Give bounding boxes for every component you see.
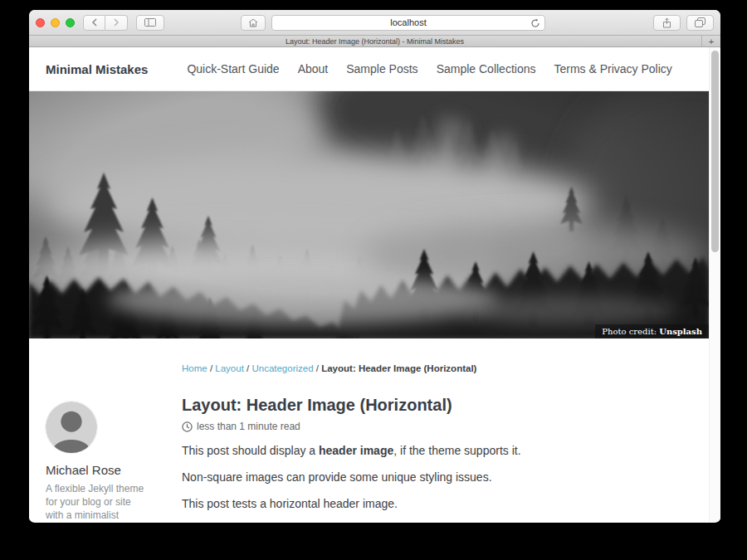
home-button[interactable] xyxy=(241,15,266,31)
breadcrumb-current: Layout: Header Image (Horizontal) xyxy=(321,363,476,373)
article-body: This post should display a header image,… xyxy=(182,444,704,511)
photo-credit-label: Photo credit: xyxy=(602,327,659,336)
minimize-window-button[interactable] xyxy=(51,18,60,27)
chevron-left-icon xyxy=(91,18,98,27)
page-viewport: Minimal Mistakes Quick-Start Guide About… xyxy=(29,47,720,522)
tabs-icon xyxy=(695,17,706,27)
share-button[interactable] xyxy=(653,15,681,31)
author-bio: A flexible Jekyll theme for your blog or… xyxy=(46,482,145,522)
paragraph-bold-text: header image xyxy=(319,444,393,457)
person-silhouette-icon xyxy=(46,402,97,453)
sidebar-icon xyxy=(144,18,156,27)
nav-item-sample-posts[interactable]: Sample Posts xyxy=(346,62,417,75)
article-column: Home / Layout / Uncategorized / Layout: … xyxy=(182,338,704,522)
paragraph: This post should display a header image,… xyxy=(182,444,704,458)
breadcrumb-separator: / xyxy=(316,363,319,373)
primary-nav: Quick-Start Guide About Sample Posts Sam… xyxy=(187,62,671,75)
browser-toolbar: localhost xyxy=(29,10,720,36)
page-content: Michael Rose A flexible Jekyll theme for… xyxy=(29,338,720,522)
browser-window: localhost Layout: Header Image (Horizont… xyxy=(29,10,720,523)
page-meta: less than 1 minute read xyxy=(182,421,704,432)
site-masthead: Minimal Mistakes Quick-Start Guide About… xyxy=(29,47,720,91)
close-window-button[interactable] xyxy=(36,18,45,27)
paragraph-text: This post should display a xyxy=(182,444,319,457)
breadcrumb-link-home[interactable]: Home xyxy=(182,363,208,373)
active-tab[interactable]: Layout: Header Image (Horizontal) - Mini… xyxy=(29,37,720,46)
breadcrumb: Home / Layout / Uncategorized / Layout: … xyxy=(182,363,704,373)
sidebar-toggle-button[interactable] xyxy=(136,15,164,31)
refresh-icon[interactable] xyxy=(530,18,540,28)
share-icon xyxy=(662,17,671,28)
window-controls xyxy=(36,18,75,27)
show-tabs-button[interactable] xyxy=(686,15,714,31)
breadcrumb-separator: / xyxy=(210,363,212,373)
nav-item-terms-privacy[interactable]: Terms & Privacy Policy xyxy=(554,62,671,75)
nav-item-quick-start-guide[interactable]: Quick-Start Guide xyxy=(187,62,279,75)
tab-bar: Layout: Header Image (Horizontal) - Mini… xyxy=(29,36,720,47)
address-bar[interactable]: localhost xyxy=(271,15,545,31)
author-sidebar: Michael Rose A flexible Jekyll theme for… xyxy=(46,338,170,522)
chevron-right-icon xyxy=(113,18,120,27)
new-tab-button[interactable]: + xyxy=(701,36,720,46)
forward-button[interactable] xyxy=(105,15,128,31)
breadcrumb-link-uncategorized[interactable]: Uncategorized xyxy=(251,363,313,373)
breadcrumb-separator: / xyxy=(247,363,249,373)
page-title: Layout: Header Image (Horizontal) xyxy=(182,395,704,415)
nav-item-sample-collections[interactable]: Sample Collections xyxy=(437,62,536,75)
header-image: Photo credit: Unsplash xyxy=(29,91,709,338)
author-name: Michael Rose xyxy=(46,463,170,477)
site-title-link[interactable]: Minimal Mistakes xyxy=(46,62,148,76)
nav-item-about[interactable]: About xyxy=(298,62,329,75)
photo-credit-source: Unsplash xyxy=(659,327,702,336)
paragraph-text: , if the theme supports it. xyxy=(393,444,520,457)
breadcrumb-link-layout[interactable]: Layout xyxy=(215,363,244,373)
scrollbar-thumb[interactable] xyxy=(711,51,719,252)
foggy-forest-illustration xyxy=(29,91,709,338)
read-time: less than 1 minute read xyxy=(197,421,300,432)
history-nav-group xyxy=(83,15,128,31)
back-button[interactable] xyxy=(83,15,105,31)
paragraph: This post tests a horizontal header imag… xyxy=(182,497,704,511)
paragraph: Non-square images can provide some uniqu… xyxy=(182,470,704,485)
home-icon xyxy=(248,18,258,27)
clock-icon xyxy=(182,421,193,432)
avatar xyxy=(46,402,97,453)
zoom-window-button[interactable] xyxy=(66,18,75,27)
address-bar-url: localhost xyxy=(390,17,426,27)
page-scrollbar[interactable] xyxy=(709,47,720,522)
photo-credit: Photo credit: Unsplash xyxy=(595,324,709,338)
